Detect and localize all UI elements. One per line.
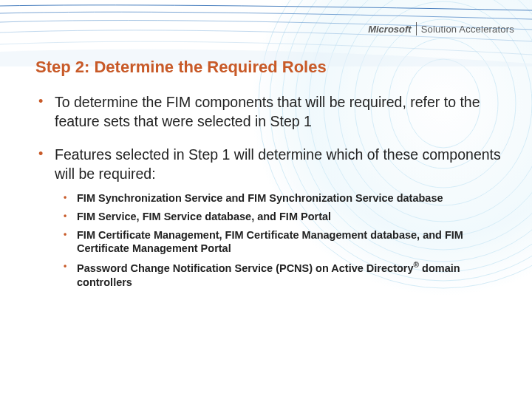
bullet-text: Features selected in Step 1 will determi…	[55, 146, 501, 182]
bullet-list: To determine the FIM components that wil…	[35, 93, 502, 290]
brand-microsoft: Microsoft	[368, 24, 412, 35]
slide-title: Step 2: Determine the Required Roles	[35, 58, 502, 77]
bullet-item: To determine the FIM components that wil…	[35, 93, 502, 131]
sub-bullet-item: FIM Synchronization Service and FIM Sync…	[62, 191, 502, 205]
brand-bar: Microsoft Solution Accelerators	[368, 22, 514, 35]
brand-product: Solution Accelerators	[421, 24, 514, 35]
sub-bullet-item: Password Change Notification Service (PC…	[62, 260, 502, 290]
brand-divider	[416, 22, 417, 35]
slide-content: Step 2: Determine the Required Roles To …	[35, 58, 502, 304]
sub-bullet-item: FIM Certificate Management, FIM Certific…	[62, 228, 502, 256]
bullet-item: Features selected in Step 1 will determi…	[35, 146, 502, 289]
sub-bullet-list: FIM Synchronization Service and FIM Sync…	[62, 191, 502, 290]
sub-bullet-item: FIM Service, FIM Service database, and F…	[62, 210, 502, 224]
bullet-text: To determine the FIM components that wil…	[55, 94, 480, 129]
